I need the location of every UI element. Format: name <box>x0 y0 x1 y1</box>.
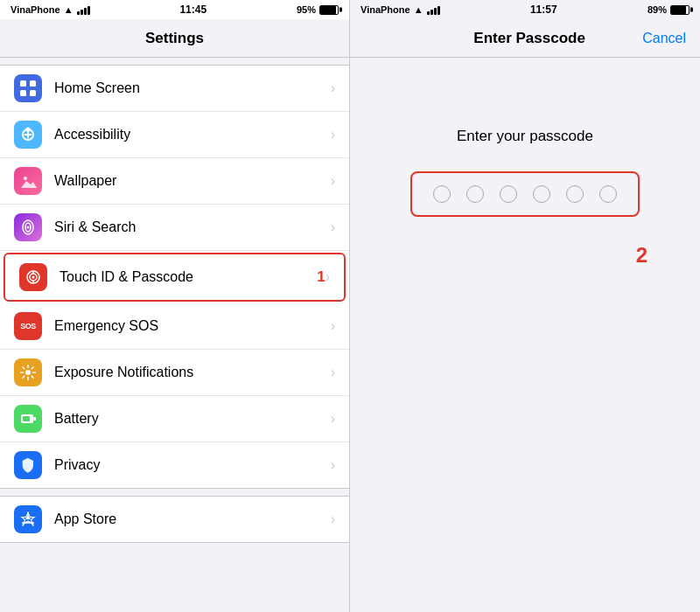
svg-rect-1 <box>30 80 36 87</box>
touch-id-badge: 1 <box>317 268 325 286</box>
wallpaper-icon <box>14 167 42 195</box>
settings-group-2: App Store › <box>0 496 349 543</box>
right-nav-title: Enter Passcode <box>416 30 642 47</box>
privacy-label: Privacy <box>54 457 331 473</box>
battery-chevron: › <box>331 411 335 427</box>
settings-list: Home Screen › Accessibility › <box>0 58 349 612</box>
cancel-button[interactable]: Cancel <box>642 31 686 46</box>
battery-settings-svg <box>19 410 37 428</box>
emergency-sos-icon: SOS <box>14 312 42 340</box>
app-store-icon <box>14 505 42 533</box>
passcode-dot-6 <box>599 185 617 203</box>
passcode-dot-4 <box>533 185 550 203</box>
passcode-dot-5 <box>566 185 584 203</box>
touch-id-icon <box>19 263 47 291</box>
siri-search-chevron: › <box>331 219 335 235</box>
home-screen-svg <box>19 80 37 97</box>
right-battery-percent: 89% <box>648 4 667 15</box>
siri-search-label: Siri & Search <box>54 219 331 235</box>
passcode-dot-2 <box>466 185 484 203</box>
settings-item-home-screen[interactable]: Home Screen › <box>0 66 349 112</box>
left-time: 11:45 <box>179 3 206 16</box>
exposure-chevron: › <box>331 365 335 380</box>
right-wifi-icon: ▲ <box>414 4 424 15</box>
right-status-bar: VinaPhone ▲ 11:57 89% <box>350 0 700 19</box>
right-status-left: VinaPhone ▲ <box>360 4 440 15</box>
app-store-chevron: › <box>331 511 335 527</box>
siri-svg <box>19 219 37 236</box>
touch-id-chevron: › <box>326 269 330 285</box>
svg-rect-2 <box>20 90 26 96</box>
siri-icon <box>14 213 42 241</box>
passcode-content: Enter your passcode 2 <box>350 58 700 612</box>
privacy-icon <box>14 451 42 479</box>
right-carrier: VinaPhone <box>360 4 410 15</box>
left-battery-percent: 95% <box>297 4 316 15</box>
svg-rect-28 <box>23 416 30 421</box>
touch-id-label: Touch ID & Passcode <box>60 269 310 285</box>
app-store-label: App Store <box>54 511 331 527</box>
wallpaper-chevron: › <box>331 173 335 189</box>
settings-item-exposure[interactable]: Exposure Notifications › <box>0 350 349 396</box>
svg-point-17 <box>32 276 35 279</box>
wallpaper-svg <box>19 172 37 190</box>
svg-point-12 <box>27 226 30 229</box>
svg-rect-0 <box>20 80 26 87</box>
battery-settings-icon <box>14 405 42 433</box>
left-panel: VinaPhone ▲ 11:45 95% Settings <box>0 0 350 612</box>
settings-item-accessibility[interactable]: Accessibility › <box>0 112 349 158</box>
passcode-prompt: Enter your passcode <box>457 128 593 145</box>
accessibility-icon <box>14 121 42 149</box>
settings-item-battery[interactable]: Battery › <box>0 396 349 442</box>
settings-item-wallpaper[interactable]: Wallpaper › <box>0 158 349 205</box>
app-store-svg <box>19 511 37 528</box>
exposure-label: Exposure Notifications <box>54 365 331 380</box>
svg-marker-9 <box>21 181 37 188</box>
privacy-chevron: › <box>331 457 335 473</box>
right-time: 11:57 <box>530 3 557 16</box>
accessibility-label: Accessibility <box>54 127 331 143</box>
accessibility-chevron: › <box>331 127 335 143</box>
emergency-sos-chevron: › <box>331 318 335 334</box>
emergency-sos-label: Emergency SOS <box>54 318 331 334</box>
svg-point-8 <box>24 177 27 180</box>
passcode-dot-1 <box>433 185 451 203</box>
right-panel: VinaPhone ▲ 11:57 89% Enter Passcode Can… <box>350 0 700 612</box>
left-nav-title: Settings <box>145 30 204 47</box>
settings-item-privacy[interactable]: Privacy › <box>0 442 349 488</box>
settings-group-1: Home Screen › Accessibility › <box>0 65 349 489</box>
left-carrier: VinaPhone <box>10 4 60 15</box>
right-battery-icon <box>670 5 690 15</box>
left-status-right: 95% <box>297 4 339 15</box>
home-screen-label: Home Screen <box>54 80 331 96</box>
left-status-bar: VinaPhone ▲ 11:45 95% <box>0 0 349 19</box>
svg-point-18 <box>25 370 31 375</box>
exposure-icon <box>14 358 42 386</box>
touch-id-svg <box>24 268 42 286</box>
right-status-right: 89% <box>648 4 690 15</box>
accessibility-svg <box>19 126 37 143</box>
right-nav-bar: Enter Passcode Cancel <box>350 19 700 58</box>
wallpaper-label: Wallpaper <box>54 173 331 189</box>
settings-item-emergency-sos[interactable]: SOS Emergency SOS › <box>0 303 349 350</box>
settings-item-touch-id[interactable]: Touch ID & Passcode 1 › <box>4 253 346 302</box>
privacy-svg <box>19 456 37 474</box>
svg-rect-29 <box>33 417 36 421</box>
passcode-badge: 2 <box>636 243 648 268</box>
passcode-dot-3 <box>500 185 517 203</box>
svg-line-25 <box>32 367 34 370</box>
left-battery-icon <box>319 5 339 15</box>
passcode-dots-container <box>410 171 640 217</box>
settings-item-siri-search[interactable]: Siri & Search › <box>0 205 349 251</box>
left-signal-icon <box>77 5 90 15</box>
svg-line-24 <box>32 376 34 379</box>
svg-line-26 <box>23 376 25 379</box>
home-screen-chevron: › <box>331 80 335 96</box>
left-nav-bar: Settings <box>0 19 349 58</box>
settings-item-app-store[interactable]: App Store › <box>0 497 349 542</box>
exposure-svg <box>19 364 37 381</box>
left-status-left: VinaPhone ▲ <box>10 4 90 15</box>
left-wifi-icon: ▲ <box>64 4 74 15</box>
svg-line-23 <box>23 367 25 370</box>
right-signal-icon <box>427 5 440 15</box>
